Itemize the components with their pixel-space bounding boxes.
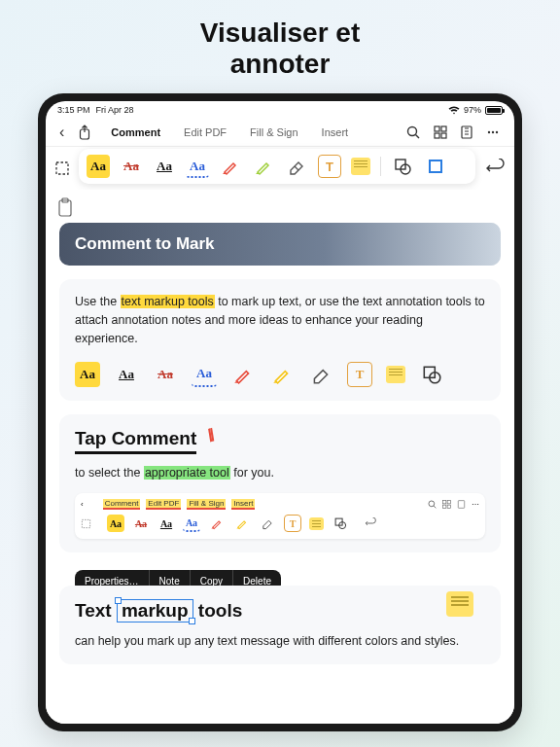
screen: 3:15 PM Fri Apr 28 97% ‹ Comment Edit PD…	[46, 101, 514, 724]
banner-title: Comment to Mark	[59, 223, 501, 266]
eraser-tool[interactable]	[285, 155, 308, 178]
squiggly-tool[interactable]: Aa	[186, 155, 209, 178]
toolbar-divider	[380, 157, 381, 176]
textbox-tool[interactable]: T	[318, 155, 341, 178]
intro-card: Use the text markup tools to mark up tex…	[59, 279, 501, 400]
tab-edit-pdf[interactable]: Edit PDF	[174, 123, 236, 142]
markup-title: Text markup tools	[75, 599, 485, 622]
battery-icon	[485, 106, 503, 115]
svg-rect-20	[443, 506, 446, 509]
mini-list-icon	[457, 500, 466, 509]
tab-fill-sign[interactable]: Fill & Sign	[240, 123, 308, 142]
preview-pen-yellow-icon	[269, 362, 295, 387]
svg-point-8	[492, 131, 494, 133]
mini-grid-icon	[442, 500, 451, 509]
more-icon[interactable]	[481, 125, 505, 139]
svg-rect-23	[82, 519, 89, 527]
svg-rect-4	[435, 133, 439, 138]
mini-pen-yellow-icon	[233, 515, 251, 532]
svg-rect-3	[441, 126, 446, 131]
tap-comment-title: Tap Comment	[75, 428, 196, 454]
preview-eraser-icon	[308, 362, 333, 387]
red-accent-icon: //	[205, 426, 216, 446]
intro-text: Use the text markup tools to mark up tex…	[75, 293, 485, 347]
mini-tab-comment: Comment	[103, 499, 141, 510]
svg-point-1	[408, 127, 417, 136]
search-icon[interactable]	[402, 125, 425, 139]
mini-squiggle-icon: Aa	[183, 515, 200, 532]
mini-back: ‹	[81, 500, 84, 509]
clipboard-icon	[57, 197, 73, 217]
mini-textbox-icon: T	[284, 515, 301, 532]
mini-toolbar: ‹ Comment Edit PDF Fill & Sign Insert ⋯	[75, 493, 485, 539]
svg-rect-22	[458, 501, 464, 509]
status-time: 3:15 PM	[57, 105, 90, 115]
preview-textbox-icon: T	[347, 362, 372, 387]
svg-rect-21	[447, 506, 450, 509]
mini-strike-icon: Aa	[132, 515, 150, 532]
preview-shape-icon	[419, 362, 444, 387]
mini-shape-icon	[332, 515, 349, 532]
status-date: Fri Apr 28	[96, 105, 134, 115]
preview-underline-icon: Aa	[114, 362, 139, 387]
shape-tool[interactable]	[391, 155, 414, 178]
mini-select-icon	[81, 518, 91, 529]
underline-tool[interactable]: Aa	[153, 155, 176, 178]
svg-point-9	[496, 131, 498, 133]
hero-title: Visualiser etannoter	[0, 0, 560, 93]
status-bar: 3:15 PM Fri Apr 28 97%	[46, 101, 514, 119]
markup-card: Text markup tools can help you mark up a…	[59, 586, 501, 664]
crop-tool[interactable]	[424, 155, 447, 178]
svg-rect-19	[447, 501, 450, 504]
wifi-icon	[448, 106, 460, 115]
preview-strike-icon: Aa	[153, 362, 178, 387]
mini-eraser-icon	[259, 515, 276, 532]
selected-word[interactable]: markup	[117, 599, 193, 622]
mini-highlight-icon: Aa	[107, 515, 124, 532]
mini-more-icon: ⋯	[472, 500, 479, 509]
tab-insert[interactable]: Insert	[312, 123, 359, 142]
annotation-toolbar: Aa Aa Aa Aa T	[46, 147, 514, 190]
battery-percent: 97%	[464, 105, 481, 115]
svg-point-17	[429, 501, 435, 507]
top-nav: ‹ Comment Edit PDF Fill & Sign Insert	[46, 119, 514, 147]
tool-preview-row: Aa Aa Aa Aa T	[75, 362, 485, 387]
pen-red-tool[interactable]	[219, 155, 242, 178]
svg-point-7	[488, 131, 490, 133]
svg-rect-10	[56, 162, 68, 174]
mini-note-icon	[309, 517, 324, 530]
highlight-tool[interactable]: Aa	[87, 155, 110, 178]
mini-search-icon	[428, 500, 437, 509]
markup-subtext: can help you mark up any text message wi…	[75, 632, 485, 651]
mini-tab-fill: Fill & Sign	[187, 499, 226, 510]
preview-squiggle-icon: Aa	[192, 362, 217, 387]
preview-highlight-icon: Aa	[75, 362, 100, 387]
mini-pen-red-icon	[208, 515, 226, 532]
svg-rect-2	[435, 126, 439, 131]
mini-tab-edit: Edit PDF	[146, 499, 181, 510]
preview-note-icon	[386, 366, 405, 383]
bookmark-icon[interactable]	[456, 125, 477, 139]
svg-rect-5	[441, 133, 446, 138]
document-content: Comment to Mark Use the text markup tool…	[46, 190, 514, 724]
undo-button[interactable]	[481, 155, 508, 182]
sticky-note-tool[interactable]	[351, 158, 370, 175]
mini-underline-icon: Aa	[158, 515, 175, 532]
pen-yellow-tool[interactable]	[252, 155, 275, 178]
tap-comment-card: Tap Comment // to select the appropriate…	[59, 414, 501, 553]
select-tool[interactable]	[52, 158, 73, 179]
back-button[interactable]: ‹	[55, 124, 68, 141]
tablet-device: 3:15 PM Fri Apr 28 97% ‹ Comment Edit PD…	[38, 93, 522, 731]
sticky-note-annotation[interactable]	[446, 591, 473, 617]
preview-pen-red-icon	[230, 362, 256, 387]
mini-undo-icon	[365, 517, 376, 529]
share-button[interactable]	[72, 124, 97, 140]
tap-comment-subtext: to select the appropriate tool for you.	[75, 464, 485, 482]
svg-rect-18	[443, 501, 446, 504]
mini-tab-insert: Insert	[231, 499, 255, 510]
strikethrough-tool[interactable]: Aa	[120, 155, 143, 178]
tab-comment[interactable]: Comment	[101, 123, 170, 142]
thumbnails-icon[interactable]	[429, 125, 452, 139]
